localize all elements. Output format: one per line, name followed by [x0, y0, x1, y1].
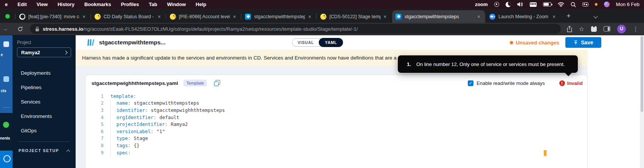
keyboard-brightness-icon[interactable] [530, 2, 537, 7]
unsaved-dot-icon [510, 41, 513, 44]
editor-line[interactable]: 3 identifier:stgacctempwighhthtempsteps [85, 107, 587, 114]
readwrite-label[interactable]: Enable read/write mode always [476, 80, 545, 86]
zoom-app-menu[interactable]: zoom [475, 2, 488, 7]
bookmark-star-icon[interactable]: ☆ [579, 25, 584, 33]
invalid-status[interactable]: Invalid [559, 80, 583, 86]
yaml-value: Stage [134, 135, 148, 141]
project-name: Ramya2 [21, 50, 40, 55]
module-icon-green[interactable] [3, 122, 9, 128]
browser-tab[interactable]: stgacctempwithtempsteps × [392, 10, 485, 23]
side-panel-icon[interactable] [604, 26, 610, 31]
share-icon[interactable] [567, 26, 572, 32]
save-button[interactable]: Save [565, 37, 601, 48]
tab-title: [CDS-50122] Stage templa [329, 14, 380, 19]
traffic-light-green[interactable] [5, 14, 10, 19]
sidebar-nav-item[interactable]: Environments [17, 109, 71, 123]
tab-search-chevron-icon[interactable] [593, 14, 597, 18]
tab-close-icon[interactable]: × [231, 14, 237, 20]
chevron-up-icon [67, 149, 70, 153]
lock-icon[interactable] [35, 27, 39, 31]
sidebar-nav-item[interactable]: Services [17, 94, 71, 109]
sidebar-nav-item[interactable]: GitOps [17, 123, 71, 138]
notification-badge-icon[interactable] [494, 2, 499, 7]
yaml-key: name [116, 100, 128, 106]
spotlight-search-icon[interactable] [571, 2, 576, 7]
browser-tab[interactable]: [CDS-50122] Stage templa × [317, 10, 391, 23]
browser-tab[interactable]: Launch Meeting - Zoom × [486, 10, 560, 23]
editor-line[interactable]: 2 name:stgacctempwithtempsteps [85, 100, 587, 107]
toggle-visual[interactable]: VISUAL [292, 40, 319, 45]
reload-button[interactable] [17, 26, 23, 32]
browser-tab[interactable]: stgacctempwithtempsteps × [242, 10, 316, 23]
tab-close-icon[interactable]: × [551, 14, 557, 20]
yaml-colon: : [133, 93, 136, 99]
focus-mode-icon[interactable] [506, 2, 511, 7]
toggle-yaml[interactable]: YAML [319, 38, 343, 47]
yaml-key: spec [116, 150, 128, 155]
yaml-card: stgacctempwighhthtempsteps.yaml Template… [85, 75, 588, 168]
module-icon-projects[interactable] [3, 76, 9, 82]
extension-icon[interactable] [591, 26, 597, 32]
url-domain: stress.harness.io [43, 26, 83, 32]
browser-tab[interactable]: [PIE-8066] Account level t × [166, 10, 241, 23]
copy-icon[interactable] [214, 80, 220, 86]
scrollbar-thumb[interactable] [641, 36, 643, 112]
toolbar-actions: ☆ U ⋮ [567, 25, 640, 33]
menu-item[interactable]: Help [191, 2, 211, 7]
sidebar-nav-item[interactable]: Deployments [17, 66, 71, 80]
tab-title: [feat]:[pie-7340]: move co [28, 14, 79, 19]
module-rail-selected[interactable] [0, 151, 12, 168]
menu-item[interactable]: Window [162, 2, 191, 7]
editor-line[interactable]: 5 projectIdentifier:Ramya2 [85, 121, 587, 128]
tab-close-icon[interactable]: × [156, 14, 162, 20]
editor-line[interactable]: 1 template: [85, 93, 587, 100]
volume-icon[interactable] [517, 2, 523, 7]
tab-close-icon[interactable]: × [307, 14, 313, 20]
tab-close-icon[interactable]: × [382, 14, 388, 20]
menu-item[interactable]: Tab [144, 2, 162, 7]
template-studio-content: stgacctempwithtemps... VISUAL YAML Unsav… [76, 35, 640, 168]
banner-gutter [588, 50, 640, 66]
browser-scrollbar[interactable] [640, 35, 644, 168]
menu-item[interactable]: View [32, 2, 53, 7]
new-tab-button[interactable]: + [566, 12, 571, 20]
yaml-editor[interactable]: 1 template: 2 name:stgacctempwithtempste… [85, 91, 587, 156]
project-setup-section[interactable]: PROJECT SETUP [17, 148, 71, 153]
browser-tab[interactable]: [feat]:[pie-7340]: move co × [16, 10, 90, 23]
battery-icon[interactable] [543, 2, 551, 6]
editor-line[interactable]: 9 spec: [85, 149, 587, 156]
menu-item[interactable]: Profiles [116, 2, 144, 7]
editor-line[interactable]: 6 versionLabel:"1" [85, 128, 587, 135]
sidebar-nav-item[interactable]: Pipelines [17, 80, 71, 94]
editor-line[interactable]: 4 orgIdentifier:default [85, 114, 587, 121]
editor-line[interactable]: 7 type:Stage [85, 135, 587, 142]
yaml-colon: : [128, 135, 131, 141]
control-center-icon[interactable] [582, 2, 588, 6]
error-icon [559, 80, 565, 86]
project-selector[interactable]: Ramya2 [17, 47, 71, 57]
profile-avatar[interactable]: U [617, 25, 626, 33]
forward-button[interactable]: → [2, 25, 7, 32]
address-bar[interactable]: stress.harness.io/ng/account/zEaak-FLS42… [30, 24, 561, 34]
menu-item[interactable]: History [53, 2, 79, 7]
readwrite-checkbox[interactable]: ✓ [468, 80, 473, 86]
menu-item[interactable]: e [0, 2, 12, 7]
menu-item[interactable]: Edit [12, 2, 32, 7]
editor-line[interactable]: 8 tags:{} [85, 142, 587, 149]
tab-close-icon[interactable]: × [81, 14, 87, 20]
tab-favicon [245, 14, 251, 20]
wifi-icon[interactable] [558, 2, 564, 7]
project-label: Project [17, 40, 71, 45]
yaml-value: default [159, 115, 179, 120]
module-label-fragment: e [1, 53, 3, 57]
tab-close-icon[interactable]: × [476, 14, 482, 20]
tab-title: stgacctempwithtempsteps [405, 14, 474, 19]
browser-tab[interactable]: CD Daily Status Board - Ag × [91, 10, 166, 23]
module-icon-top[interactable] [3, 41, 9, 47]
siri-icon[interactable] [604, 2, 610, 7]
rail-divider [2, 107, 10, 108]
menubar-clock[interactable]: Mon 6 Feb [616, 2, 639, 7]
menu-item[interactable]: Bookmarks [79, 2, 116, 7]
browser-menu-icon[interactable]: ⋮ [633, 25, 639, 33]
yaml-key: template [110, 93, 133, 99]
